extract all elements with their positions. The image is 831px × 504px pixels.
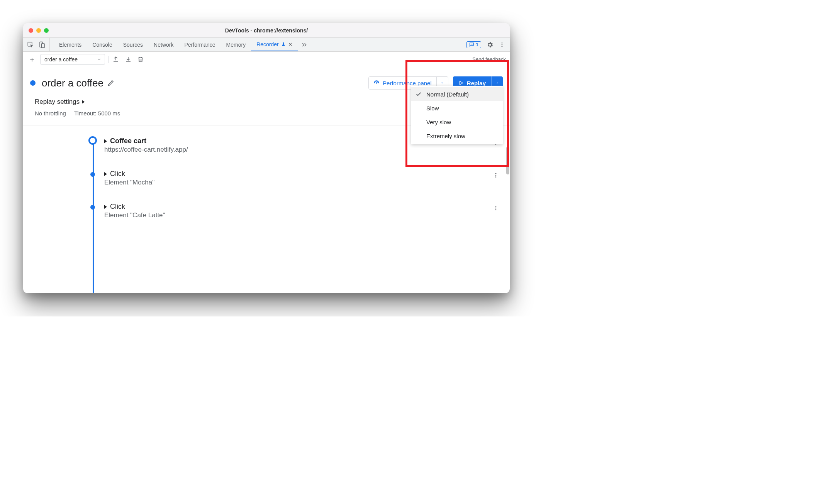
step-item[interactable]: Click Element "Cafe Latte" [89,203,503,219]
step-title: Coffee cart [110,137,146,145]
tab-elements[interactable]: Elements [54,38,87,51]
svg-point-11 [495,175,497,176]
inspect-element-icon[interactable] [27,41,34,48]
maximize-window-button[interactable] [44,28,49,33]
issues-chip[interactable]: 1 [466,41,481,48]
svg-point-6 [376,83,377,83]
step-subtitle: Element "Mocha" [104,179,503,186]
step-subtitle: Element "Cafe Latte" [104,211,503,219]
tab-network[interactable]: Network [148,38,179,51]
tab-sources[interactable]: Sources [118,38,148,51]
new-recording-button[interactable]: ＋ [27,54,37,64]
speed-option-normal[interactable]: Normal (Default) [411,87,503,101]
chevron-right-icon [104,170,107,178]
traffic-lights [23,28,49,33]
step-menu-icon[interactable] [493,205,499,211]
svg-rect-2 [42,44,45,48]
close-tab-icon[interactable]: ✕ [288,41,293,47]
recording-selector[interactable]: order a coffee [40,54,105,65]
speed-option-very-slow[interactable]: Very slow [411,115,503,129]
recording-title: order a coffee [42,77,103,89]
delete-icon[interactable] [137,56,144,63]
settings-gear-icon[interactable] [487,41,494,48]
speed-option-slow[interactable]: Slow [411,101,503,115]
tab-memory[interactable]: Memory [221,38,251,51]
edit-title-icon[interactable] [107,79,114,86]
tab-recorder[interactable]: Recorder ✕ [251,38,298,51]
steps-list: Coffee cart https://coffee-cart.netlify.… [23,125,510,293]
device-toolbar-icon[interactable] [39,41,46,48]
step-marker [88,136,97,145]
chevron-right-icon [104,203,107,211]
speed-option-label: Very slow [426,119,451,125]
tab-performance[interactable]: Performance [179,38,220,51]
replay-speed-menu: Normal (Default) Slow Very slow Extremel… [411,86,503,144]
devtools-window: DevTools - chrome://extensions/ Elements… [23,23,510,293]
step-menu-icon[interactable] [493,172,499,178]
svg-point-4 [502,44,503,45]
close-window-button[interactable] [29,28,33,33]
svg-point-10 [495,173,497,174]
svg-point-13 [495,206,497,207]
speed-option-label: Extremely slow [426,133,465,139]
recorder-toolbar: ＋ order a coffee Send feedback [23,52,510,67]
speed-option-label: Slow [426,105,439,112]
step-marker [90,172,95,177]
svg-point-5 [502,46,503,47]
step-title: Click [110,170,125,178]
tab-console[interactable]: Console [87,38,117,51]
recording-status-dot [30,80,36,86]
titlebar: DevTools - chrome://extensions/ [23,23,510,38]
svg-point-12 [495,176,497,178]
throttling-value: No throttling [35,110,66,117]
play-icon [458,80,464,86]
performance-panel-label: Performance panel [383,80,432,86]
send-feedback-link[interactable]: Send feedback [472,56,506,62]
kebab-menu-icon[interactable] [499,42,505,48]
step-subtitle: https://coffee-cart.netlify.app/ [104,146,503,154]
chevron-right-icon [82,98,85,106]
panel-tabstrip: Elements Console Sources Network Perform… [23,38,510,52]
timeout-value: Timeout: 5000 ms [74,110,120,117]
chevron-right-icon [104,137,107,145]
issues-count: 1 [476,42,478,47]
svg-point-15 [495,209,497,210]
minimize-window-button[interactable] [36,28,41,33]
replay-label: Replay [467,80,486,86]
flask-icon [281,42,286,47]
svg-point-3 [502,42,503,44]
svg-point-14 [495,208,497,209]
checkmark-icon [416,91,422,97]
import-icon[interactable] [125,56,132,63]
speed-option-extremely-slow[interactable]: Extremely slow [411,129,503,143]
step-title: Click [110,203,125,211]
scrollbar-thumb[interactable] [506,147,509,174]
speed-option-label: Normal (Default) [426,91,469,98]
step-marker [90,205,95,210]
gauge-icon [373,80,380,86]
export-icon[interactable] [112,56,119,63]
replay-settings-label: Replay settings [35,98,80,106]
recording-selector-label: order a coffee [44,56,78,63]
step-item[interactable]: Click Element "Mocha" [89,170,503,186]
more-tabs-button[interactable] [298,38,310,51]
window-title: DevTools - chrome://extensions/ [23,27,510,34]
